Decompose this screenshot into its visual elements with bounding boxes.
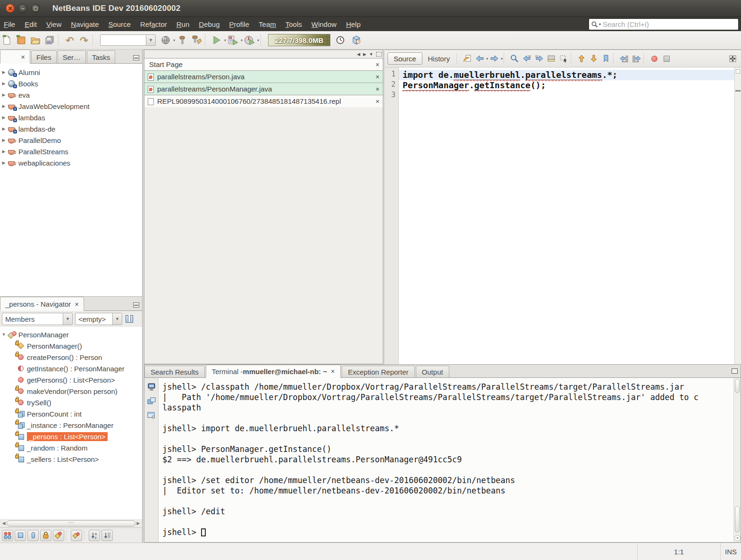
dual-terminal-button[interactable] <box>145 395 158 407</box>
history-view-button[interactable]: History <box>422 52 456 65</box>
navigator-member-row[interactable]: makeVendor(Person person) <box>0 385 142 397</box>
tab-projects[interactable]: × <box>0 50 30 64</box>
stop-macro-recording-button[interactable] <box>660 52 673 65</box>
show-static-members-button[interactable] <box>27 530 39 541</box>
tab-services[interactable]: Ser… <box>58 50 86 63</box>
new-terminal-button[interactable] <box>145 381 158 393</box>
navigator-root-row[interactable]: ▼PersonManager <box>0 329 142 340</box>
close-icon[interactable]: × <box>376 61 379 68</box>
menu-refactor[interactable]: Refactor <box>135 18 172 30</box>
undo-button[interactable]: ↶ <box>63 33 77 47</box>
scrollbar-thumb[interactable] <box>7 520 135 527</box>
navigator-member-row[interactable]: getInstance() : PersonManager <box>0 363 142 374</box>
combobox-arrow-icon[interactable]: ▼ <box>63 313 72 325</box>
menu-profile[interactable]: Profile <box>225 18 254 30</box>
show-non-public-button[interactable] <box>40 530 51 541</box>
project-row[interactable]: ▶Books <box>0 78 142 89</box>
debug-project-button[interactable] <box>226 33 240 47</box>
forward-dropdown-icon[interactable]: ▾ <box>501 57 503 61</box>
close-icon[interactable]: × <box>21 53 25 60</box>
navigator-scope-select[interactable]: Members ▼ <box>2 313 73 325</box>
project-row[interactable]: ▶ParallelStreams <box>0 146 142 157</box>
terminal-settings-button[interactable] <box>145 409 158 421</box>
tab-search-results[interactable]: Search Results <box>144 366 205 377</box>
expand-arrow-icon[interactable]: ▶ <box>0 138 8 142</box>
tab-exception-reporter[interactable]: Exception Reporter <box>342 366 414 377</box>
find-next-button[interactable] <box>533 52 545 65</box>
combobox-arrow-icon[interactable]: ▼ <box>146 35 155 45</box>
show-inherited-members-button[interactable] <box>2 530 13 541</box>
menu-window[interactable]: Window <box>307 18 341 30</box>
menu-source[interactable]: Source <box>104 18 136 30</box>
source-view-button[interactable]: Source <box>387 52 422 65</box>
tab-list-dropdown-icon[interactable]: ▼ <box>369 52 373 57</box>
show-anonymous-inner-classes-button[interactable] <box>71 530 82 541</box>
close-icon[interactable]: × <box>331 368 335 375</box>
tab-output[interactable]: Output <box>416 366 449 377</box>
menu-team[interactable]: Team <box>254 18 281 30</box>
menu-view[interactable]: View <box>42 18 66 30</box>
close-icon[interactable]: × <box>376 86 379 92</box>
editor-body[interactable]: 123 import de.muellerbruehl.parallelstre… <box>385 67 741 364</box>
code-area[interactable]: import de.muellerbruehl.parallelstreams.… <box>399 67 734 364</box>
expand-arrow-icon[interactable]: ▶ <box>0 160 8 165</box>
build-project-button[interactable] <box>175 33 189 47</box>
split-document-button[interactable] <box>726 52 739 65</box>
window-minimize-button[interactable]: – <box>18 4 27 13</box>
close-icon[interactable]: × <box>75 301 79 308</box>
navigator-member-row[interactable]: _sellers : List<Person> <box>0 453 142 465</box>
memory-gauge[interactable]: 227.7/398.0MB <box>268 34 330 46</box>
project-row[interactable]: ▶eva <box>0 89 142 100</box>
navigator-member-row[interactable]: PersonCount : int <box>0 408 142 419</box>
navigator-member-row[interactable]: trySell() <box>0 397 142 408</box>
previous-bookmark-button[interactable] <box>575 52 588 65</box>
navigator-member-row[interactable]: _random : Random <box>0 442 142 453</box>
expand-arrow-icon[interactable]: ▶ <box>0 70 8 75</box>
services-button[interactable] <box>349 33 363 47</box>
window-maximize-button[interactable]: ▢ <box>31 4 40 13</box>
columns-button[interactable] <box>125 315 134 323</box>
quick-search[interactable]: ▾ <box>589 18 739 30</box>
editor-tab[interactable]: REPL9089950314000106760/2738485181487135… <box>144 95 383 107</box>
shift-left-button[interactable] <box>618 52 630 65</box>
maximize-window-icon[interactable] <box>732 368 738 374</box>
configuration-combobox[interactable]: ▼ <box>100 34 156 46</box>
project-row[interactable]: ▶webaplicaciones <box>0 157 142 168</box>
combobox-arrow-icon[interactable]: ▼ <box>112 313 122 325</box>
menu-help[interactable]: Help <box>341 18 365 30</box>
project-row[interactable]: ▶JavaWebDevelopment <box>0 100 142 112</box>
sort-alphabetically-button[interactable]: a z <box>89 530 100 541</box>
navigator-filter-select[interactable]: <empty> ▼ <box>75 313 122 325</box>
new-file-button[interactable] <box>0 33 14 47</box>
error-stripe[interactable] <box>734 67 741 364</box>
scroll-left-icon[interactable]: ◀ <box>1 521 7 526</box>
project-row[interactable]: ▶lambdas <box>0 112 142 123</box>
navigator-member-row[interactable]: createPerson() : Person <box>0 351 142 363</box>
menu-navigate[interactable]: Navigate <box>66 18 103 30</box>
minimize-panel-icon[interactable] <box>133 55 139 60</box>
expand-arrow-icon[interactable]: ▶ <box>0 92 8 97</box>
expand-arrow-icon[interactable]: ▶ <box>0 126 8 131</box>
expand-arrow-icon[interactable]: ▶ <box>0 149 8 154</box>
toggle-bookmark-button[interactable] <box>600 52 612 65</box>
scroll-tabs-right-icon[interactable]: ▶ <box>363 52 366 57</box>
menu-file[interactable]: File <box>0 18 20 30</box>
navigator-member-row[interactable]: _persons : List<Person> <box>0 431 142 442</box>
clean-build-project-button[interactable] <box>189 33 203 47</box>
navigator-member-row[interactable]: PersonManager() <box>0 340 142 351</box>
back-button[interactable] <box>473 52 486 65</box>
navigator-member-row[interactable]: getPersons() : List<Person> <box>0 374 142 385</box>
run-project-button[interactable] <box>210 33 224 47</box>
open-project-button[interactable] <box>28 33 42 47</box>
editor-tab[interactable]: parallelstreams/PersonManager.java× <box>144 83 383 95</box>
show-inner-classes-button[interactable] <box>53 530 64 541</box>
last-edit-location-button[interactable] <box>461 52 473 65</box>
navigator-member-row[interactable]: _instance : PersonManager <box>0 419 142 431</box>
navigator-hscrollbar[interactable]: ◀ ▶ <box>1 519 141 527</box>
save-all-button[interactable] <box>42 33 57 47</box>
scroll-down-icon[interactable]: ▾ <box>734 535 741 541</box>
rectangular-selection-button[interactable] <box>557 52 570 65</box>
close-icon[interactable]: × <box>376 98 379 105</box>
expand-arrow-icon[interactable]: ▶ <box>0 104 8 109</box>
scrollbar-thumb[interactable] <box>735 506 740 533</box>
